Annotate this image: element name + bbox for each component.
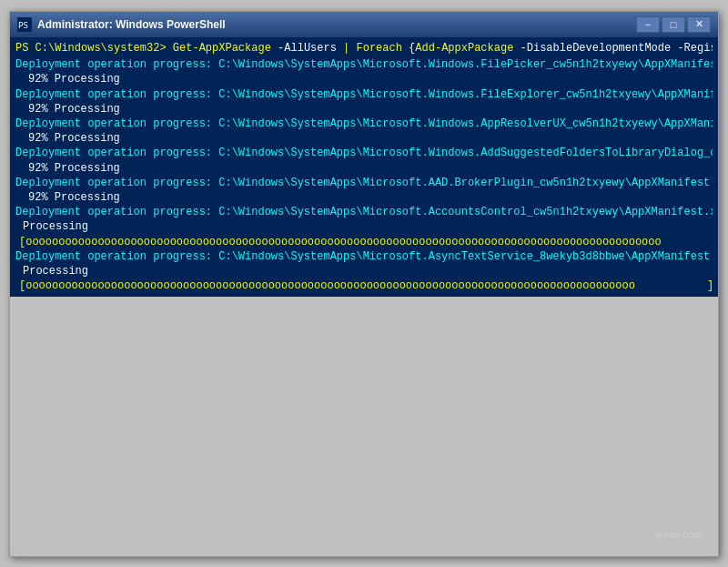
titlebar: PS Administrator: Windows PowerShell − □… [10, 12, 718, 37]
svg-text:PS: PS [18, 21, 28, 30]
output-line-5: Deployment operation progress: C:\Window… [15, 116, 713, 131]
output-line-14: Deployment operation progress: C:\Window… [15, 249, 713, 264]
close-button[interactable]: ✕ [687, 16, 711, 33]
terminal[interactable]: PS C:\Windows\system32> Get-AppXPackage … [10, 37, 718, 298]
output-line-8: 92% Processing [15, 161, 713, 176]
output-line-6: 92% Processing [15, 131, 713, 146]
output-line-7: Deployment operation progress: C:\Window… [15, 146, 713, 160]
prompt: PS C:\Windows\system32> [15, 42, 167, 55]
window-controls: − □ ✕ [636, 16, 711, 33]
output-line-2: 92% Processing [15, 72, 713, 86]
output-line-15: Processing [15, 264, 713, 278]
output-line-16: [ooooooooooooooooooooooooooooooooooooooo… [15, 278, 713, 293]
output-line-3: Deployment operation progress: C:\Window… [15, 87, 713, 102]
maximize-button[interactable]: □ [662, 16, 685, 33]
command-line: PS C:\Windows\system32> Get-AppXPackage … [15, 41, 713, 56]
watermark: iexun.com [656, 529, 702, 540]
powershell-window: PS Administrator: Windows PowerShell − □… [9, 11, 719, 557]
output-line-11: Deployment operation progress: C:\Window… [15, 205, 713, 219]
output-line-9: Deployment operation progress: C:\Window… [15, 176, 713, 190]
output-line-13: [ooooooooooooooooooooooooooooooooooooooo… [15, 235, 713, 249]
output-line-10: 92% Processing [15, 190, 713, 205]
ps-icon: PS [17, 17, 32, 32]
output-line-12: Processing [15, 219, 713, 234]
terminal-wrapper: PS C:\Windows\system32> Get-AppXPackage … [10, 37, 718, 556]
output-line-4: 92% Processing [15, 102, 713, 116]
minimize-button[interactable]: − [636, 16, 660, 33]
command-text: Get-AppXPackage -AllUsers | Foreach {Add… [167, 42, 713, 55]
window-title: Administrator: Windows PowerShell [37, 18, 636, 31]
output-line-1: Deployment operation progress: C:\Window… [15, 57, 713, 72]
